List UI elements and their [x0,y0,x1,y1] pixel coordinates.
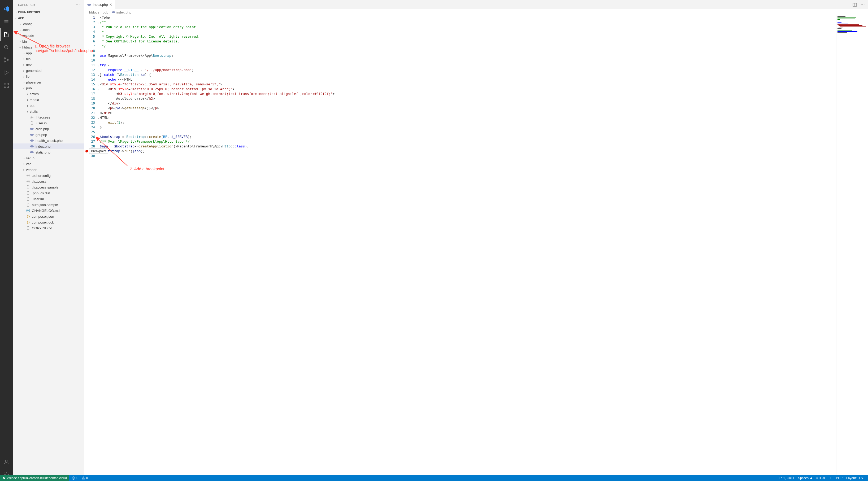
gutter[interactable]: 4 [84,29,100,34]
code-text[interactable]: <p>{$e->getMessage()}</p> [100,106,834,110]
file-.editorconfig[interactable]: .editorconfig [13,172,84,179]
code-text[interactable]: /** @var \Magento\Framework\App\Http $ap… [100,139,834,144]
run-debug-icon[interactable] [0,66,13,79]
folder-app[interactable]: ›app [13,50,84,56]
code-line[interactable]: 7 */ [84,44,834,49]
code-line[interactable]: Breakpoint29$bootstrap->run($app); [84,149,834,154]
breadcrumb-pub[interactable]: pub [103,10,108,14]
code-line[interactable]: 21</div> [84,110,834,115]
breadcrumb-htdocs[interactable]: htdocs [89,10,99,14]
folder-errors[interactable]: ›errors [13,91,84,97]
code-text[interactable]: echo <<<HTML [100,77,834,82]
code-text[interactable]: Autoload error</h3> [100,96,834,101]
gutter[interactable]: 25 [84,130,100,134]
folder-.local[interactable]: ›.local [13,27,84,33]
file-static.php[interactable]: static.php [13,149,84,155]
code-line[interactable]: 22⌄HTML; [84,115,834,120]
tab-index-php[interactable]: index.php ✕ [84,0,115,9]
more-actions-icon[interactable]: ⋯ [861,2,865,7]
search-icon[interactable] [0,41,13,54]
code-line[interactable]: 25 [84,130,834,134]
gutter[interactable]: 16⌄ [84,87,100,92]
code-line[interactable]: 9use Magento\Framework\App\Bootstrap; [84,53,834,58]
file-.htaccess[interactable]: .htaccess [13,114,84,120]
code-line[interactable]: 5 * Copyright © Magento, Inc. All rights… [84,34,834,39]
folder-dev[interactable]: ›dev [13,62,84,68]
code-text[interactable]: /** [100,20,834,25]
gutter[interactable]: 20 [84,106,100,110]
folder-.vscode[interactable]: ›.vscode [13,33,84,38]
breadcrumbs[interactable]: htdocs › pub › index.php [84,9,868,15]
gutter[interactable]: 14 [84,77,100,82]
code-line[interactable]: 1<?php [84,15,834,20]
code-text[interactable]: </div> [100,101,834,106]
code-line[interactable]: 12 require __DIR__ . '/../app/bootstrap.… [84,68,834,72]
fold-chevron-icon[interactable]: ⌄ [97,72,99,77]
gutter[interactable]: 7 [84,44,100,49]
gutter[interactable]: 27 [84,139,100,144]
code-line[interactable]: 24} [84,125,834,130]
gutter[interactable]: 28 [84,144,100,149]
problems-errors[interactable]: 0 [72,476,78,480]
gutter[interactable]: 5 [84,34,100,39]
code-text[interactable]: use Magento\Framework\App\Bootstrap; [100,53,834,58]
cursor-position[interactable]: Ln 1, Col 1 [779,476,794,480]
file-.htaccess.sample[interactable]: .htaccess.sample [13,184,84,190]
code-text[interactable] [100,49,834,53]
gutter[interactable]: 26 [84,134,100,139]
problems-warnings[interactable]: 0 [82,476,88,480]
file-get.php[interactable]: get.php [13,132,84,138]
file-index.php[interactable]: index.php [13,143,84,149]
code-text[interactable] [100,154,834,158]
code-line[interactable]: 28$app = $bootstrap->createApplication(\… [84,144,834,149]
code-text[interactable]: require __DIR__ . '/../app/bootstrap.php… [100,68,834,72]
gutter[interactable]: 21 [84,110,100,115]
folder-htdocs[interactable]: ›htdocs [13,44,84,50]
gutter[interactable]: 9 [84,53,100,58]
file-health_check.php[interactable]: health_check.php [13,138,84,143]
file-cron.php[interactable]: cron.php [13,126,84,132]
folder-pub[interactable]: ›pub [13,85,84,91]
code-text[interactable]: try { [100,63,834,68]
code-text[interactable]: HTML; [100,115,834,120]
gutter[interactable]: 17 [84,92,100,96]
gutter[interactable]: 18 [84,96,100,101]
code-text[interactable]: $app = $bootstrap->createApplication(\Ma… [100,144,834,149]
code-line[interactable]: 17 <h3 style="margin:0;font-size:1.7em;f… [84,92,834,96]
code-line[interactable]: 10 [84,58,834,63]
remote-indicator[interactable]: vscode.app004.carbon-builder.ontap.cloud [0,475,69,481]
folder-opt[interactable]: ›opt [13,103,84,108]
explorer-icon[interactable] [0,28,13,41]
open-editors-section[interactable]: › OPEN EDITORS [13,9,84,15]
gutter[interactable]: Breakpoint29 [84,149,100,154]
extensions-icon[interactable] [0,79,13,92]
code-text[interactable]: <h3 style="margin:0;font-size:1.7em;font… [100,92,834,96]
gutter[interactable]: 30 [84,154,100,158]
accounts-icon[interactable] [0,455,13,468]
fold-chevron-icon[interactable]: ⌄ [97,63,99,68]
code-line[interactable]: 2⌄/** [84,20,834,25]
gutter[interactable]: 2⌄ [84,20,100,25]
gutter[interactable]: 12 [84,68,100,72]
language-mode[interactable]: PHP [836,476,842,480]
code-text[interactable]: * Public alias for the application entry… [100,25,834,29]
file-composer.json[interactable]: {}composer.json [13,214,84,219]
code-text[interactable]: * See COPYING.txt for license details. [100,39,834,44]
file-auth.json.sample[interactable]: auth.json.sample [13,202,84,207]
file-composer.lock[interactable]: {}composer.lock [13,219,84,225]
code-line[interactable]: 13⌄} catch (\Exception $e) { [84,72,834,77]
folder-generated[interactable]: ›generated [13,68,84,73]
code-line[interactable]: 15⌄<div style="font:12px/1.35em arial, h… [84,82,834,87]
code-text[interactable]: </div> [100,110,834,115]
indentation[interactable]: Spaces: 4 [798,476,812,480]
folder-bin[interactable]: ›bin [13,56,84,62]
gutter[interactable]: 6 [84,39,100,44]
code-text[interactable] [100,58,834,63]
gutter[interactable]: 15⌄ [84,82,100,87]
fold-chevron-icon[interactable]: ⌄ [97,87,99,92]
code-text[interactable]: <?php [100,15,834,20]
file-.htaccess[interactable]: .htaccess [13,179,84,184]
file-.user.ini[interactable]: .user.ini [13,196,84,202]
code-text[interactable]: */ [100,44,834,49]
sidebar-more-icon[interactable]: ⋯ [75,2,80,7]
